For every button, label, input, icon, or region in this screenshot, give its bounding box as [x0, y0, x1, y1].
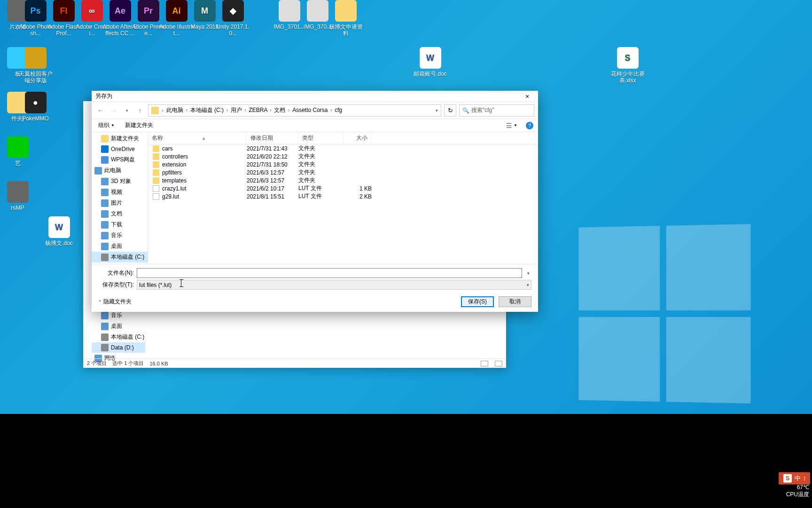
refresh-button[interactable]: ↻	[444, 104, 456, 117]
desktop-icon[interactable]: 杨博文申请资料	[328, 0, 363, 37]
sidebar-item[interactable]: 下载	[92, 219, 148, 230]
text-cursor	[181, 279, 182, 287]
save-as-dialog: 另存为 × ← → ▾ ↑ › 此电脑 › 本地磁盘 (C:) › 用户 › Z…	[92, 91, 538, 312]
status-selected: 选中 1 个项目	[112, 360, 144, 367]
search-box[interactable]: 🔍 搜索"cfg"	[459, 104, 534, 117]
filename-input[interactable]	[137, 268, 522, 278]
folder-icon	[153, 169, 159, 176]
breadcrumb-item[interactable]: cfg	[335, 107, 342, 113]
folder-icon	[153, 161, 159, 168]
up-button[interactable]: ↑	[135, 105, 145, 116]
column-headers: 名称 ▲ 修改日期 类型 大小	[148, 132, 538, 144]
save-button[interactable]: 保存(S)	[461, 296, 494, 307]
file-row[interactable]: templates 2021/6/3 12:57 文件夹	[148, 176, 538, 184]
ime-mode: 中	[795, 474, 801, 483]
close-button[interactable]: ×	[520, 92, 534, 101]
cancel-button[interactable]: 取消	[499, 296, 531, 307]
ime-more-icon: ⁞	[804, 475, 805, 482]
desktop-icon[interactable]: ●PokeMMO	[18, 92, 53, 122]
breadcrumb-item[interactable]: Assetto Corsa	[292, 107, 328, 113]
address-bar[interactable]: › 此电脑 › 本地磁盘 (C:) › 用户 › ZEBRA › 文档 › As…	[148, 104, 441, 117]
folder-icon	[153, 145, 159, 152]
cpu-temp: 67℃ CPU温度	[786, 484, 809, 499]
breadcrumb-item[interactable]: 本地磁盘 (C:)	[190, 107, 224, 113]
organize-button[interactable]: 组织▼	[96, 120, 117, 131]
status-bar: 2 个项目 选中 1 个项目 16.0 KB	[83, 358, 506, 368]
sidebar-item[interactable]: 此电脑	[92, 165, 148, 176]
file-row[interactable]: ppfilters 2021/6/3 12:57 文件夹	[148, 168, 538, 176]
file-list: 名称 ▲ 修改日期 类型 大小 cars 2021/7/31 21:43 文件夹…	[148, 132, 538, 264]
file-row[interactable]: g29.lut 2021/8/1 15:51 LUT 文件 2 KB	[148, 192, 538, 200]
view-details-icon[interactable]	[481, 361, 488, 366]
toolbar: 组织▼ 新建文件夹 ☰▼ ?	[92, 119, 538, 132]
breadcrumb-item[interactable]: 用户	[231, 107, 242, 113]
file-row[interactable]: extension 2021/7/31 18:50 文件夹	[148, 160, 538, 168]
filename-label: 文件名(N):	[98, 269, 134, 277]
column-name[interactable]: 名称 ▲	[148, 132, 247, 144]
column-size[interactable]: 大小	[344, 132, 372, 144]
filename-dropdown-icon[interactable]: ▾	[525, 271, 531, 276]
breadcrumb-item[interactable]: 此电脑	[166, 107, 183, 113]
new-folder-button[interactable]: 新建文件夹	[123, 120, 155, 131]
sidebar-item[interactable]: 本地磁盘 (C:)	[92, 252, 148, 262]
sogou-icon: S	[783, 474, 792, 483]
view-button[interactable]: ☰▼	[504, 120, 519, 131]
savetype-select[interactable]: lut files (*.lut) ▾	[137, 280, 531, 290]
search-placeholder: 搜索"cfg"	[471, 106, 494, 114]
sort-asc-icon: ▲	[202, 136, 206, 141]
status-item-count: 2 个项目	[87, 360, 107, 367]
hide-folders-toggle[interactable]: ⌃ 隐藏文件夹	[98, 298, 132, 306]
view-thumb-icon[interactable]	[495, 361, 502, 366]
file-row[interactable]: crazy1.lut 2021/6/2 10:17 LUT 文件 1 KB	[148, 184, 538, 192]
sidebar-item[interactable]: 音乐	[92, 230, 148, 241]
desktop-icon[interactable]: W邮箱账号.doc	[413, 47, 448, 77]
navigation-row: ← → ▾ ↑ › 此电脑 › 本地磁盘 (C:) › 用户 › ZEBRA ›…	[92, 102, 538, 119]
folder-icon	[153, 177, 159, 184]
desktop-icon[interactable]: S花样少年比赛表.xlsx	[610, 47, 645, 84]
sidebar-item[interactable]: 桌面	[92, 321, 145, 332]
sidebar-item[interactable]: 桌面	[92, 241, 148, 252]
sidebar-item[interactable]: 本地磁盘 (C:)	[92, 332, 145, 342]
sidebar-item[interactable]: 文档	[92, 208, 148, 219]
help-icon[interactable]: ?	[526, 122, 533, 129]
status-size: 16.0 KB	[149, 361, 168, 366]
folder-icon	[151, 107, 159, 114]
sidebar: 新建文件夹OneDriveWPS网盘此电脑3D 对象视频图片文档下载音乐桌面本地…	[92, 132, 148, 264]
desktop-icon[interactable]: 艺	[0, 136, 35, 167]
sidebar-item[interactable]: 图片	[92, 198, 148, 208]
sidebar-item[interactable]: OneDrive	[92, 144, 148, 154]
folder-icon	[153, 153, 159, 160]
sidebar-item[interactable]: Data (D:)	[92, 342, 145, 353]
savetype-label: 保存类型(T):	[98, 281, 134, 289]
file-icon	[153, 193, 159, 200]
forward-button[interactable]: →	[109, 105, 119, 116]
file-row[interactable]: cars 2021/7/31 21:43 文件夹	[148, 144, 538, 152]
sidebar-item[interactable]: 新建文件夹	[92, 133, 148, 144]
column-date[interactable]: 修改日期	[247, 132, 298, 144]
desktop-icon[interactable]: W杨博文.doc	[41, 216, 77, 246]
dialog-titlebar[interactable]: 另存为 ×	[92, 91, 538, 102]
column-type[interactable]: 类型	[298, 132, 344, 144]
sidebar-item[interactable]: 视频	[92, 187, 148, 198]
dialog-title: 另存为	[95, 92, 520, 100]
file-row[interactable]: controllers 2021/6/20 22:12 文件夹	[148, 152, 538, 160]
recent-dropdown[interactable]: ▾	[122, 105, 132, 116]
file-icon	[153, 185, 159, 192]
desktop-icon[interactable]: 天翼校园客户端分享版	[18, 47, 53, 84]
search-icon: 🔍	[462, 107, 469, 114]
breadcrumb-item[interactable]: ZEBRA	[249, 107, 267, 113]
breadcrumb-item[interactable]: 文档	[274, 107, 285, 113]
ime-tray[interactable]: S 中 ⁞	[779, 472, 810, 484]
desktop-icon[interactable]: ◆Unity 2017.1.0...	[215, 0, 250, 37]
sidebar-item[interactable]: WPS网盘	[92, 154, 148, 165]
back-button[interactable]: ←	[95, 105, 106, 116]
sidebar-item[interactable]: 3D 对象	[92, 176, 148, 187]
desktop-icon[interactable]: rsMP	[0, 181, 35, 211]
